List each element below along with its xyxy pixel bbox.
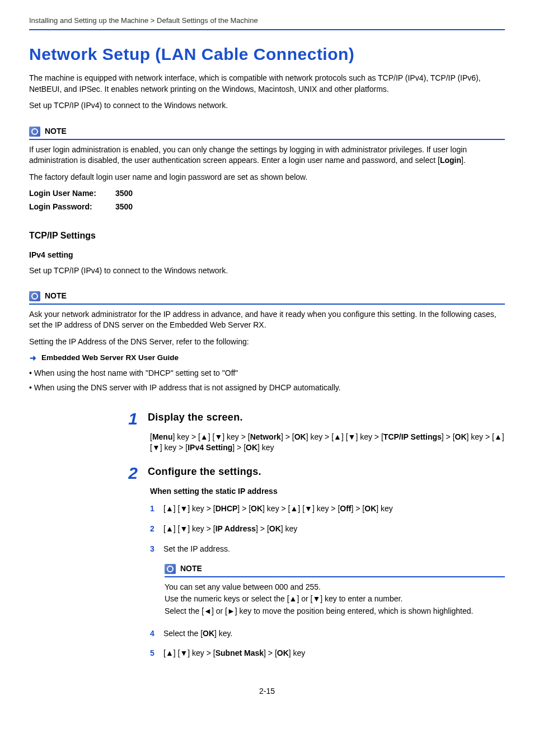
page-title: Network Setup (LAN Cable Connection) xyxy=(29,43,505,66)
login-pass-value: 3500 xyxy=(115,202,133,213)
step-2-body: When setting the static IP address 1 [▲]… xyxy=(150,486,505,659)
note-range-p2: Use the numeric keys or select the [▲] o… xyxy=(165,594,505,605)
note-range-p3: Select the [◄] or [►] key to move the po… xyxy=(165,606,505,617)
step-2-subheading: When setting the static IP address xyxy=(150,486,505,497)
t: ] key > [▲] [▼] key > [ xyxy=(306,432,383,441)
ipv4-setting-key: IPv4 Setting xyxy=(188,443,232,452)
dhcp-key: DHCP xyxy=(216,504,238,513)
ok-key: OK xyxy=(203,629,214,638)
login-defaults-table: Login User Name: 3500 Login Password: 35… xyxy=(29,188,505,212)
note-text: If user login administration is enabled,… xyxy=(29,144,505,166)
t: ] key xyxy=(281,524,298,533)
login-user-label: Login User Name: xyxy=(29,188,107,199)
t: ] > [ xyxy=(256,524,269,533)
substep-1: 1 [▲] [▼] key > [DHCP] > [OK] key > [▲] … xyxy=(150,503,505,515)
t: [▲] [▼] key > [ xyxy=(163,648,216,657)
t: ] > [ xyxy=(281,432,294,441)
t: ] > [ xyxy=(232,443,246,452)
intro-paragraph-1: The machine is equipped with network int… xyxy=(29,73,505,95)
note-label: NOTE xyxy=(45,291,67,302)
t: ] > [ xyxy=(264,648,277,657)
t: [▲] [▼] key > [ xyxy=(163,524,216,533)
network-key: Network xyxy=(250,432,281,441)
substep-5-num: 5 xyxy=(150,648,158,659)
breadcrumb: Installing and Setting up the Machine > … xyxy=(29,16,505,30)
ok-key: OK xyxy=(455,432,467,441)
login-keyword: Login xyxy=(440,156,461,165)
substep-3: 3 Set the IP address. xyxy=(150,544,505,555)
arrow-right-icon: ➜ xyxy=(29,354,37,362)
t: [▲] [▼] key > [ xyxy=(163,504,216,513)
t: ] key. xyxy=(214,629,232,638)
t: ] > [ xyxy=(237,504,251,513)
ipv4-heading: IPv4 setting xyxy=(29,250,505,261)
substep-5: 5 [▲] [▼] key > [Subnet Mask] > [OK] key xyxy=(150,648,505,659)
note-factory-default: The factory default login user name and … xyxy=(29,172,505,183)
step-1-body: [Menu] key > [▲] [▼] key > [Network] > [… xyxy=(150,432,505,454)
step-1: 1 Display the screen. [Menu] key > [▲] [… xyxy=(124,410,505,454)
reference-link-row: ➜ Embedded Web Server RX User Guide xyxy=(29,353,505,363)
ok-key: OK xyxy=(269,524,281,533)
menu-key: Menu xyxy=(152,432,173,441)
t: ] > [ xyxy=(352,504,365,513)
note-1-part-a: If user login administration is enabled,… xyxy=(29,145,467,165)
note-range-p1: You can set any value between 000 and 25… xyxy=(165,582,505,593)
step-2: 2 Configure the settings. When setting t… xyxy=(124,465,505,659)
substep-2-num: 2 xyxy=(150,524,158,535)
subnet-mask-key: Subnet Mask xyxy=(216,648,264,657)
login-pass-label: Login Password: xyxy=(29,202,107,213)
substep-1-num: 1 xyxy=(150,503,158,515)
t: ] key xyxy=(257,443,274,452)
note-block-value-range: NOTE You can set any value between 000 a… xyxy=(165,563,505,617)
step-2-title: Configure the settings. xyxy=(148,465,261,482)
ok-key: OK xyxy=(294,432,306,441)
ok-key: OK xyxy=(251,504,263,513)
note-1-part-c: ]. xyxy=(461,156,466,165)
ipv4-intro: Set up TCP/IP (IPv4) to connect to the W… xyxy=(29,265,505,277)
note-block-login: NOTE If user login administration is ena… xyxy=(29,126,505,213)
t: ] > [ xyxy=(442,432,455,441)
off-key: Off xyxy=(340,504,351,513)
note-icon xyxy=(29,127,40,137)
note-label: NOTE xyxy=(180,563,202,575)
ok-key: OK xyxy=(364,504,376,513)
substep-2: 2 [▲] [▼] key > [IP Address] > [OK] key xyxy=(150,524,505,535)
note-dns-p2: Setting the IP Address of the DNS Server… xyxy=(29,337,505,348)
tcpip-settings-key: TCP/IP Settings xyxy=(383,432,442,441)
note-dns-p1: Ask your network administrator for the I… xyxy=(29,309,505,331)
note-block-dns: NOTE Ask your network administrator for … xyxy=(29,291,505,393)
bullet-dhcp-off: • When using the host name with "DHCP" s… xyxy=(29,368,505,379)
substep-3-num: 3 xyxy=(150,544,158,555)
intro-paragraph-2: Set up TCP/IP (IPv4) to connect to the W… xyxy=(29,100,505,111)
t: Select the [ xyxy=(163,629,203,638)
t: ] key xyxy=(289,648,306,657)
ip-address-key: IP Address xyxy=(216,524,256,533)
t: ] key > [▲] [▼] key > [ xyxy=(263,504,340,513)
ok-key: OK xyxy=(277,648,289,657)
reference-link[interactable]: Embedded Web Server RX User Guide xyxy=(41,353,179,363)
substep-4-num: 4 xyxy=(150,628,158,640)
t: ] key > [▲] [▼] key > [ xyxy=(172,432,250,441)
substep-4: 4 Select the [OK] key. xyxy=(150,628,505,640)
note-icon xyxy=(29,291,40,301)
step-2-number: 2 xyxy=(124,465,138,482)
bullet-dns-auto: • When using the DNS server with IP addr… xyxy=(29,382,505,394)
note-label: NOTE xyxy=(45,126,67,137)
step-1-title: Display the screen. xyxy=(148,410,243,427)
tcpip-heading: TCP/IP Settings xyxy=(29,230,505,242)
note-icon xyxy=(165,564,176,574)
step-1-number: 1 xyxy=(124,410,138,427)
substep-3-text: Set the IP address. xyxy=(163,544,230,555)
t: ] key xyxy=(376,504,393,513)
page-number: 2-15 xyxy=(29,686,505,697)
ok-key: OK xyxy=(246,443,257,452)
login-user-value: 3500 xyxy=(115,188,133,199)
